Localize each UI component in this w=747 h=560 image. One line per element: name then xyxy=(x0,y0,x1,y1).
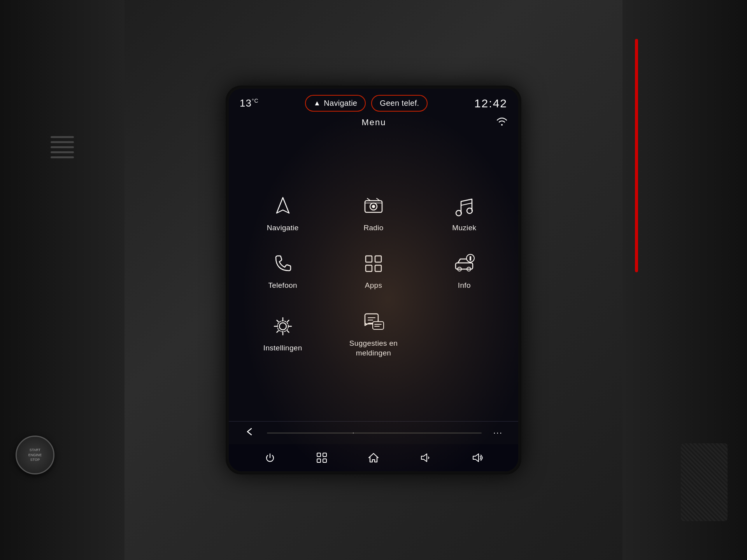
svg-rect-28 xyxy=(317,459,321,462)
more-button[interactable]: ··· xyxy=(489,426,507,439)
instellingen-label: Instellingen xyxy=(263,343,302,353)
radio-label: Radio xyxy=(363,223,383,233)
radio-icon xyxy=(362,194,385,218)
suggesties-label: Suggesties en meldingen xyxy=(349,339,398,358)
red-accent-strip xyxy=(635,39,638,272)
muziek-label: Muziek xyxy=(452,223,476,233)
navigation-button-label: Navigatie xyxy=(324,99,357,108)
start-button-area: START ENGINE STOP xyxy=(16,436,62,482)
phone-icon xyxy=(271,252,295,275)
apps-grid-button[interactable] xyxy=(310,450,334,465)
menu-title: Menu xyxy=(251,117,496,128)
menu-item-suggesties[interactable]: Suggesties en meldingen xyxy=(332,302,415,366)
svg-rect-10 xyxy=(375,256,381,262)
screen-bezel: 13°C ▲ Navigatie Geen telef. 12:42 xyxy=(226,86,521,474)
svg-point-2 xyxy=(372,205,375,208)
navigation-arrow-icon: ▲ xyxy=(314,99,321,107)
menu-item-navigatie[interactable]: Navigatie xyxy=(241,187,324,241)
svg-text:i: i xyxy=(470,256,472,261)
vent-slat xyxy=(51,146,74,148)
svg-rect-9 xyxy=(366,256,372,262)
phone-button-label: Geen telef. xyxy=(380,99,419,108)
menu-title-bar: Menu xyxy=(229,116,518,131)
svg-point-18 xyxy=(279,323,286,330)
navigation-bar: ··· xyxy=(229,421,518,444)
system-bar xyxy=(229,444,518,471)
navigatie-label: Navigatie xyxy=(267,223,299,233)
power-button[interactable] xyxy=(258,450,282,465)
top-nav-buttons: ▲ Navigatie Geen telef. xyxy=(305,95,428,112)
menu-item-info[interactable]: i Info xyxy=(423,244,506,298)
start-label-line2: ENGINE xyxy=(28,453,42,458)
info-icon: i xyxy=(452,252,476,275)
progress-bar xyxy=(267,432,482,434)
temperature-display: 13°C xyxy=(240,97,259,109)
clock-display: 12:42 xyxy=(474,97,507,110)
dashboard-right xyxy=(622,0,747,560)
volume-down-button[interactable] xyxy=(413,450,437,465)
vent-slat xyxy=(51,151,74,153)
svg-rect-29 xyxy=(323,459,326,462)
apps-icon xyxy=(362,252,385,275)
music-icon xyxy=(452,194,476,218)
telefoon-label: Telefoon xyxy=(268,281,297,290)
volume-up-button[interactable] xyxy=(465,450,489,465)
info-label: Info xyxy=(458,281,471,290)
svg-rect-26 xyxy=(317,453,321,457)
menu-grid: Navigatie xyxy=(241,187,506,366)
start-label-line1: START xyxy=(30,448,41,453)
menu-item-apps[interactable]: Apps xyxy=(332,244,415,298)
car-dashboard: START ENGINE STOP 13°C ▲ Nav xyxy=(0,0,747,560)
settings-icon xyxy=(271,315,295,338)
wifi-icon xyxy=(496,117,507,128)
svg-rect-23 xyxy=(373,322,384,329)
phone-button[interactable]: Geen telef. xyxy=(371,95,428,112)
start-label-line3: STOP xyxy=(30,457,40,462)
menu-item-muziek[interactable]: Muziek xyxy=(423,187,506,241)
start-engine-button[interactable]: START ENGINE STOP xyxy=(16,436,54,474)
svg-rect-11 xyxy=(366,265,372,271)
svg-line-8 xyxy=(461,203,472,205)
vent-slat xyxy=(51,156,74,158)
svg-rect-27 xyxy=(323,453,326,457)
navigation-button[interactable]: ▲ Navigatie xyxy=(305,95,366,112)
carbon-fiber-panel xyxy=(681,443,728,521)
apps-label: Apps xyxy=(365,281,382,290)
temp-value: 13 xyxy=(240,97,252,109)
menu-item-instellingen[interactable]: Instellingen xyxy=(241,302,324,366)
top-bar: 13°C ▲ Navigatie Geen telef. 12:42 xyxy=(229,89,518,116)
screen-display: 13°C ▲ Navigatie Geen telef. 12:42 xyxy=(229,89,518,471)
svg-rect-12 xyxy=(375,265,381,271)
vent-slat xyxy=(51,141,74,143)
temp-unit: °C xyxy=(252,98,259,104)
navigation-icon xyxy=(271,194,295,218)
vent-slat xyxy=(51,136,74,138)
suggestions-icon xyxy=(362,310,385,333)
back-button[interactable] xyxy=(240,425,259,440)
vent-left xyxy=(51,136,74,158)
menu-item-radio[interactable]: Radio xyxy=(332,187,415,241)
infotainment-screen: 13°C ▲ Navigatie Geen telef. 12:42 xyxy=(226,86,521,474)
dashboard-left: START ENGINE STOP xyxy=(0,0,124,560)
home-button[interactable] xyxy=(361,450,386,465)
menu-item-telefoon[interactable]: Telefoon xyxy=(241,244,324,298)
main-menu-content: Navigatie xyxy=(229,131,518,421)
